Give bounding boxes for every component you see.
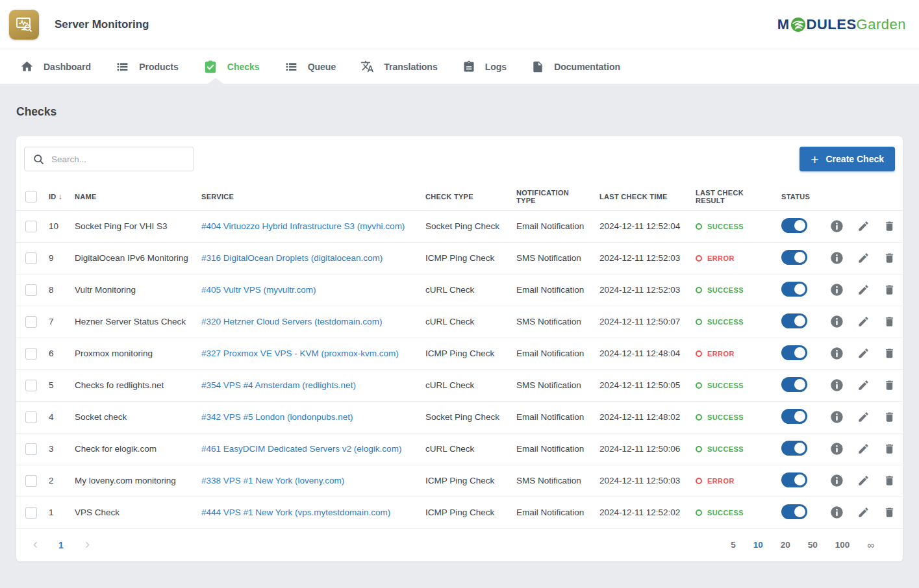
result-label: ERROR [707, 350, 735, 358]
nav-item-translations[interactable]: Translations [348, 49, 449, 84]
page-title: Checks [16, 105, 903, 119]
status-toggle[interactable] [781, 345, 807, 360]
edit-button[interactable] [857, 411, 870, 423]
search-input[interactable] [51, 154, 186, 164]
info-button[interactable] [830, 474, 844, 487]
nav-label: Products [139, 62, 179, 72]
delete-button[interactable] [883, 284, 896, 296]
row-checkbox[interactable] [25, 443, 37, 455]
result-circle-icon [696, 255, 702, 262]
page-size-option[interactable]: 5 [731, 540, 736, 550]
row-checkbox[interactable] [25, 348, 37, 360]
nav-item-checks[interactable]: Checks [191, 49, 272, 84]
service-link[interactable]: #405 Vultr VPS (myvultr.com) [201, 285, 316, 295]
status-toggle[interactable] [781, 377, 807, 392]
info-button[interactable] [830, 347, 844, 360]
status-toggle[interactable] [781, 218, 807, 233]
edit-button[interactable] [857, 284, 870, 296]
status-toggle[interactable] [781, 441, 807, 456]
status-toggle[interactable] [781, 504, 807, 519]
create-check-button[interactable]: + Create Check [799, 147, 895, 171]
delete-button[interactable] [883, 220, 896, 232]
status-toggle[interactable] [781, 250, 807, 265]
prev-page-chevron-icon[interactable] [27, 537, 44, 554]
nav-item-documentation[interactable]: Documentation [519, 49, 633, 84]
header-service[interactable]: SERVICE [195, 186, 419, 210]
pencil-icon [857, 347, 870, 360]
app-header: Server Monitoring M DULES Garden [0, 0, 919, 49]
service-link[interactable]: #320 Hetzner Cloud Servers (testdomain.c… [201, 317, 382, 326]
edit-button[interactable] [857, 474, 870, 487]
header-notification-type[interactable]: NOTIFICATION TYPE [510, 186, 593, 210]
edit-button[interactable] [857, 379, 870, 391]
row-checkbox[interactable] [25, 221, 37, 232]
info-button[interactable] [830, 506, 844, 519]
row-id: 3 [49, 444, 54, 454]
service-link[interactable]: #444 VPS #1 New York (vps.mytestdomain.c… [201, 508, 390, 517]
trash-icon [883, 284, 896, 296]
service-link[interactable]: #342 VPS #5 London (londonpubs.net) [201, 412, 353, 422]
row-checkbox[interactable] [25, 316, 37, 328]
page-size-option[interactable]: 10 [753, 540, 763, 550]
toggle-knob [794, 506, 805, 517]
header-last-check-result[interactable]: LAST CHECK RESULT [689, 186, 775, 210]
edit-button[interactable] [857, 315, 870, 328]
page-size-option[interactable]: 100 [835, 540, 850, 550]
row-checkbox[interactable] [25, 380, 37, 391]
modulesgarden-logo: M DULES Garden [777, 16, 906, 33]
delete-button[interactable] [883, 252, 896, 264]
status-toggle[interactable] [781, 313, 807, 328]
nav-item-products[interactable]: Products [103, 49, 191, 84]
nav-item-logs[interactable]: Logs [450, 49, 519, 84]
info-button[interactable] [830, 251, 844, 265]
row-checkbox[interactable] [25, 475, 37, 487]
page-size-option[interactable]: 20 [781, 540, 790, 550]
header-id[interactable]: ID↓ [42, 186, 68, 210]
select-all-checkbox[interactable] [25, 191, 37, 202]
delete-button[interactable] [883, 379, 896, 391]
row-checkbox[interactable] [25, 252, 37, 264]
edit-button[interactable] [857, 347, 870, 360]
delete-button[interactable] [883, 315, 896, 328]
service-link[interactable]: #461 EasyDCIM Dedicated Servers v2 (elog… [201, 444, 401, 454]
page-size-option[interactable]: ∞ [867, 539, 874, 550]
service-link[interactable]: #404 Virtuozzo Hybrid Infrastructure S3 … [201, 221, 405, 231]
row-checkbox[interactable] [25, 284, 37, 296]
info-button[interactable] [830, 219, 844, 233]
service-link[interactable]: #316 DigitalOcean Droplets (digitalocean… [201, 253, 383, 263]
info-button[interactable] [830, 378, 844, 392]
notification-type: Email Notification [516, 221, 584, 231]
delete-button[interactable] [883, 506, 896, 519]
nav-item-queue[interactable]: Queue [272, 49, 349, 84]
status-toggle[interactable] [781, 282, 807, 297]
page-number[interactable]: 1 [53, 540, 69, 550]
service-link[interactable]: #354 VPS #4 Amsterdam (redlights.net) [201, 380, 356, 390]
delete-button[interactable] [883, 474, 896, 487]
page-size-option[interactable]: 50 [808, 540, 818, 550]
last-check-time: 2024-12-11 12:50:03 [599, 476, 680, 485]
service-link[interactable]: #338 VPS #1 New York (loveny.com) [201, 476, 344, 485]
service-link[interactable]: #327 Proxmox VE VPS - KVM (proxmox-kvm.c… [201, 349, 399, 358]
edit-button[interactable] [857, 506, 870, 519]
delete-button[interactable] [883, 411, 896, 423]
nav-item-dashboard[interactable]: Dashboard [8, 49, 103, 84]
search-box[interactable] [24, 147, 194, 171]
status-toggle[interactable] [781, 472, 807, 487]
row-checkbox[interactable] [25, 507, 37, 519]
delete-button[interactable] [883, 443, 896, 455]
info-button[interactable] [830, 442, 844, 456]
header-check-type[interactable]: CHECK TYPE [419, 186, 510, 210]
delete-button[interactable] [883, 347, 896, 360]
edit-button[interactable] [857, 443, 870, 455]
row-checkbox[interactable] [25, 411, 37, 423]
status-toggle[interactable] [781, 409, 807, 424]
info-button[interactable] [830, 315, 844, 328]
info-button[interactable] [830, 283, 844, 297]
edit-button[interactable] [857, 220, 870, 232]
info-button[interactable] [830, 410, 844, 424]
edit-button[interactable] [857, 252, 870, 264]
next-page-chevron-icon[interactable] [79, 537, 95, 554]
header-status[interactable]: STATUS [775, 186, 815, 210]
header-name[interactable]: NAME [68, 186, 195, 210]
header-last-check-time[interactable]: LAST CHECK TIME [593, 186, 689, 210]
